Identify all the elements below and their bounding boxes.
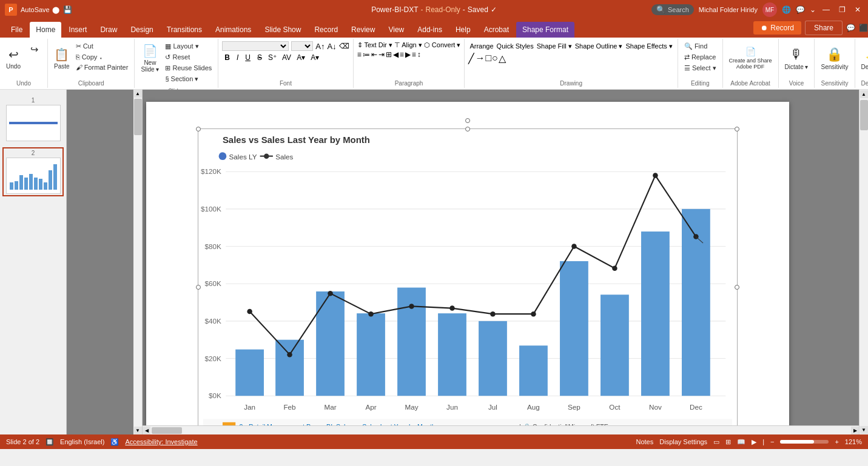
zoom-in-btn[interactable]: +: [835, 438, 838, 445]
tab-animations[interactable]: Animations: [209, 22, 257, 38]
text-shadow-button[interactable]: S⁺: [266, 53, 278, 62]
decrease-indent-button[interactable]: ⇤: [371, 50, 377, 59]
layout-button[interactable]: ▦ Layout ▾: [163, 41, 214, 52]
tab-addins[interactable]: Add-ins: [411, 22, 448, 38]
bullet-list-button[interactable]: ≡: [357, 50, 362, 59]
align-right-button[interactable]: ▶: [405, 50, 411, 59]
align-center-button[interactable]: ≡: [400, 50, 404, 59]
handle-tr[interactable]: [735, 127, 739, 131]
tab-draw[interactable]: Draw: [94, 22, 123, 38]
paste-button[interactable]: 📋Paste: [52, 41, 72, 75]
sensitivity-button[interactable]: 🔒Sensitivity: [818, 41, 850, 75]
underline-button[interactable]: U: [243, 52, 253, 63]
highlight-button[interactable]: A▾: [309, 53, 321, 62]
minimize-button[interactable]: —: [821, 4, 832, 15]
zoom-slider[interactable]: [780, 440, 829, 444]
font-color-button[interactable]: A▾: [295, 53, 307, 62]
chart-frame[interactable]: Sales vs Sales Last Year by Month Sales …: [198, 128, 738, 434]
reset-button[interactable]: ↺ Reset: [163, 52, 214, 62]
char-spacing-button[interactable]: AV: [280, 53, 293, 62]
tab-acrobat[interactable]: Acrobat: [478, 22, 515, 38]
strikethrough-button[interactable]: S: [255, 52, 264, 63]
restore-button[interactable]: ❐: [836, 4, 847, 15]
increase-font-button[interactable]: A↑: [315, 42, 325, 51]
shape-arrow[interactable]: →: [475, 53, 485, 64]
notes-button[interactable]: Notes: [636, 438, 654, 445]
horiz-scrollbar[interactable]: ◀ ▶: [143, 425, 859, 434]
font-name-select[interactable]: [222, 41, 289, 51]
section-button[interactable]: § Section ▾: [163, 74, 214, 84]
reuse-slides-button[interactable]: ⊞ Reuse Slides: [163, 63, 214, 73]
new-slide-button[interactable]: 📄NewSlide ▾: [138, 41, 161, 75]
display-settings-button[interactable]: Display Settings: [659, 438, 707, 445]
slide-thumb-1[interactable]: 1: [2, 95, 64, 144]
line-spacing-button[interactable]: ↕: [417, 50, 421, 59]
smartart-button[interactable]: ⬡ Convert ▾: [424, 41, 461, 49]
dictate-button[interactable]: 🎙Dictate ▾: [782, 41, 811, 75]
accessibility-text[interactable]: Accessibility: Investigate: [125, 438, 197, 445]
bold-button[interactable]: B: [222, 52, 232, 63]
select-button[interactable]: ☰ Select ▾: [682, 63, 719, 73]
copy-button[interactable]: ⎘ Copy ▾: [73, 52, 131, 62]
replace-button[interactable]: ⇄ Replace: [682, 52, 719, 62]
shape-rect[interactable]: □: [485, 53, 491, 64]
slideshow-btn[interactable]: ▶: [752, 438, 756, 446]
align-left-button[interactable]: ◀: [393, 50, 399, 59]
close-button[interactable]: ✕: [852, 4, 863, 15]
tab-design[interactable]: Design: [124, 22, 159, 38]
align-text-button[interactable]: ⊤ Align ▾: [394, 41, 422, 49]
share-button[interactable]: Share: [805, 21, 843, 35]
shape-effects-button[interactable]: Shape Effects ▾: [624, 41, 673, 52]
tab-file[interactable]: File: [5, 22, 29, 38]
scroll-up-btn[interactable]: ▲: [134, 90, 142, 98]
handle-ml[interactable]: [196, 285, 201, 290]
ribbon-toggle-icon[interactable]: ⌄: [810, 5, 816, 14]
cut-button[interactable]: ✂ Cut: [73, 41, 131, 52]
arrange-button[interactable]: Arrange: [468, 41, 494, 52]
zoom-level[interactable]: 121%: [845, 438, 862, 445]
shape-triangle[interactable]: △: [499, 53, 506, 64]
undo-button[interactable]: ↩Undo: [4, 41, 23, 75]
scroll-down-btn[interactable]: ▼: [134, 427, 142, 434]
tab-help[interactable]: Help: [449, 22, 477, 38]
designer-button[interactable]: ✨Designer: [859, 41, 869, 75]
tab-slideshow[interactable]: Slide Show: [258, 22, 307, 38]
record-button[interactable]: ⏺ Record: [753, 21, 801, 35]
reading-view-btn[interactable]: 📖: [737, 438, 745, 446]
handle-mr[interactable]: [735, 285, 739, 290]
text-direction-button[interactable]: ⇕ Text Dir ▾: [357, 41, 392, 49]
tab-view[interactable]: View: [382, 22, 410, 38]
create-pdf-button[interactable]: 📄Create and ShareAdobe PDF: [727, 41, 775, 75]
search-box[interactable]: 🔍 Search: [651, 4, 694, 15]
scroll-right-up[interactable]: ▲: [860, 90, 868, 98]
scroll-horiz-left[interactable]: ◀: [143, 427, 150, 434]
slide-thumb-2[interactable]: 2: [2, 147, 64, 196]
tab-shape-format[interactable]: Shape Format: [516, 22, 574, 38]
slide-sorter-btn[interactable]: ⊞: [725, 438, 731, 446]
redo-button[interactable]: ↪: [24, 41, 44, 58]
justify-button[interactable]: ≡: [412, 50, 416, 59]
clear-format-button[interactable]: ⌫: [339, 42, 349, 50]
right-scrollbar[interactable]: ▲ ▼: [859, 90, 868, 434]
shape-line[interactable]: ╱: [468, 53, 474, 64]
shape-fill-button[interactable]: Shape Fill ▾: [536, 41, 573, 52]
format-painter-button[interactable]: 🖌 Format Painter: [73, 62, 131, 72]
font-size-select[interactable]: [291, 41, 313, 51]
avatar[interactable]: MF: [762, 2, 777, 17]
tab-transitions[interactable]: Transitions: [161, 22, 208, 38]
tab-record[interactable]: Record: [308, 22, 344, 38]
quick-styles-button[interactable]: Quick Styles: [496, 41, 535, 52]
tab-insert[interactable]: Insert: [62, 22, 93, 38]
autosave-toggle[interactable]: ⬤: [52, 6, 59, 14]
increase-indent-button[interactable]: ⇥: [378, 50, 385, 59]
shape-outline-button[interactable]: Shape Outline ▾: [574, 41, 624, 52]
decrease-font-button[interactable]: A↓: [327, 42, 336, 51]
tab-home[interactable]: Home: [30, 22, 61, 38]
normal-view-btn[interactable]: ▭: [713, 438, 719, 446]
scroll-right-down[interactable]: ▼: [860, 426, 868, 434]
find-button[interactable]: 🔍 Find: [682, 41, 719, 52]
shape-oval[interactable]: ○: [492, 53, 498, 64]
vert-scroll-left[interactable]: ▲ ▼: [133, 90, 143, 434]
handle-tm[interactable]: [465, 127, 470, 131]
tab-review[interactable]: Review: [345, 22, 381, 38]
